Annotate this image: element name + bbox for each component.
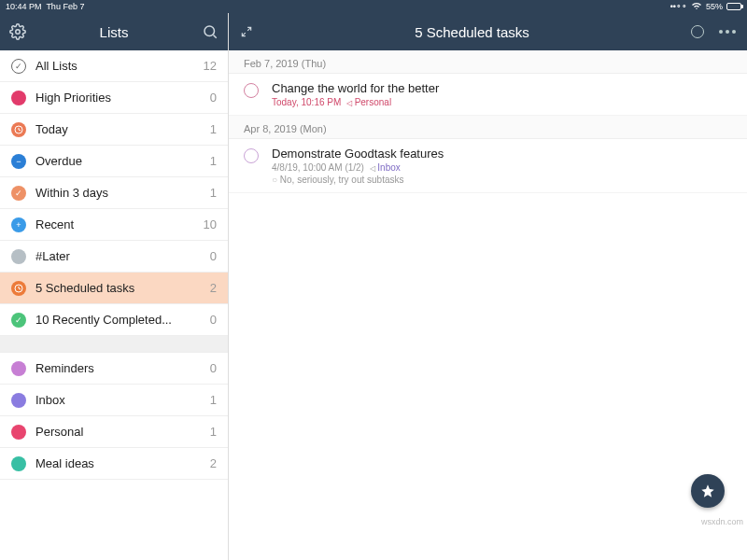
list-label: 10 Recently Completed... [35, 313, 210, 327]
list-count: 1 [210, 425, 217, 439]
list-icon [11, 281, 26, 296]
status-time: 10:44 PM Thu Feb 7 [6, 2, 84, 11]
task-checkbox[interactable] [244, 83, 259, 98]
status-bar: 10:44 PM Thu Feb 7 ••∘∘ 55% [0, 0, 747, 13]
list-label: Personal [35, 425, 210, 439]
expand-icon[interactable] [240, 25, 253, 38]
sidebar: Lists ✓All Lists12High Priorities0Today1… [0, 13, 229, 560]
task-group-header: Feb 7, 2019 (Thu) [229, 50, 747, 74]
task-group-header: Apr 8, 2019 (Mon) [229, 116, 747, 139]
svg-point-0 [16, 30, 21, 35]
list-label: High Priorities [35, 91, 210, 105]
sidebar-item[interactable]: ✓All Lists12 [0, 50, 228, 82]
list-icon [11, 393, 26, 408]
wifi-icon [691, 2, 702, 12]
svg-line-2 [213, 35, 216, 37]
list-icon [11, 122, 26, 137]
list-icon [11, 249, 26, 264]
sidebar-list-scroll[interactable]: ✓All Lists12High Priorities0Today1−Overd… [0, 50, 228, 560]
search-icon[interactable] [202, 23, 218, 40]
battery-percent: 55% [706, 2, 723, 11]
main-title: 5 Scheduled tasks [253, 24, 691, 40]
sidebar-item[interactable]: ✓10 Recently Completed...0 [0, 304, 228, 336]
battery-icon [726, 3, 741, 10]
progress-ring-icon[interactable] [691, 25, 704, 38]
svg-point-1 [204, 26, 215, 36]
sidebar-item[interactable]: High Priorities0 [0, 82, 228, 114]
list-icon: ✓ [11, 59, 26, 74]
list-count: 10 [204, 217, 217, 231]
list-label: #Later [35, 249, 210, 263]
list-count: 1 [210, 154, 217, 168]
list-icon: − [11, 154, 26, 169]
list-label: Within 3 days [35, 186, 210, 200]
sidebar-item[interactable]: Today1 [0, 114, 228, 146]
task-row[interactable]: Demonstrate Goodtask features4/8/19, 10:… [229, 139, 747, 193]
main-header: 5 Scheduled tasks [229, 13, 747, 50]
list-count: 12 [204, 59, 217, 73]
list-icon [11, 425, 26, 440]
list-label: Recent [35, 217, 204, 231]
more-icon[interactable] [719, 30, 736, 34]
task-row[interactable]: Change the world for the betterToday, 10… [229, 74, 747, 116]
list-count: 2 [210, 281, 217, 295]
sidebar-item[interactable]: −Overdue1 [0, 146, 228, 177]
list-icon: ✓ [11, 186, 26, 201]
sidebar-item[interactable]: ✓Within 3 days1 [0, 177, 228, 209]
task-subtask: No, seriously, try out subtasks [272, 175, 732, 185]
section-divider [0, 336, 228, 353]
list-count: 0 [210, 361, 217, 375]
task-checkbox[interactable] [244, 148, 259, 163]
task-meta: 4/8/19, 10:00 AM (1/2) ◁ Inbox [272, 162, 732, 173]
list-label: Meal ideas [35, 456, 210, 470]
list-count: 1 [210, 122, 217, 136]
sidebar-item[interactable]: Personal1 [0, 416, 228, 448]
sidebar-item[interactable]: #Later0 [0, 241, 228, 273]
task-title: Change the world for the better [272, 81, 732, 95]
sidebar-item[interactable]: Meal ideas2 [0, 448, 228, 480]
sidebar-item[interactable]: 5 Scheduled tasks2 [0, 273, 228, 304]
task-meta: Today, 10:16 PM ◁ Personal [272, 97, 732, 107]
list-count: 0 [210, 313, 217, 327]
gear-icon[interactable] [9, 23, 26, 40]
sidebar-title: Lists [26, 24, 202, 40]
list-count: 1 [210, 393, 217, 407]
list-label: Reminders [35, 361, 210, 375]
task-list[interactable]: Feb 7, 2019 (Thu)Change the world for th… [229, 50, 747, 560]
list-icon: + [11, 217, 26, 232]
list-count: 2 [210, 456, 217, 470]
list-label: Today [35, 122, 210, 136]
list-icon [11, 91, 26, 105]
list-icon [11, 361, 26, 376]
sidebar-item[interactable]: +Recent10 [0, 209, 228, 241]
sidebar-item[interactable]: Inbox1 [0, 385, 228, 416]
list-label: 5 Scheduled tasks [35, 281, 210, 295]
signal-icon: ••∘∘ [670, 2, 687, 11]
task-title: Demonstrate Goodtask features [272, 147, 732, 161]
list-label: Inbox [35, 393, 210, 407]
list-count: 0 [210, 249, 217, 263]
sidebar-header: Lists [0, 13, 228, 50]
list-icon: ✓ [11, 313, 26, 328]
main-panel: 5 Scheduled tasks Feb 7, 2019 (Thu)Chang… [229, 13, 747, 560]
list-label: All Lists [35, 59, 204, 73]
watermark: wsxdn.com [701, 517, 743, 526]
list-label: Overdue [35, 154, 210, 168]
list-count: 1 [210, 186, 217, 200]
list-count: 0 [210, 91, 217, 105]
sidebar-item[interactable]: Reminders0 [0, 353, 228, 385]
fab-star-button[interactable] [691, 474, 725, 508]
list-icon [11, 456, 26, 471]
